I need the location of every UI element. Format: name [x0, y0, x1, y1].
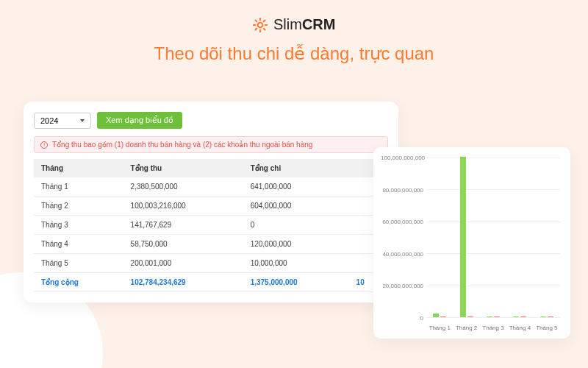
table-row: Tháng 458,750,000120,000,000 [34, 235, 388, 254]
bar [494, 316, 500, 317]
bar [440, 316, 446, 317]
bar-group [453, 157, 479, 317]
y-tick-label: 20,000,000,000 [381, 283, 423, 289]
col-exp: Tổng chi [243, 159, 349, 177]
view-chart-button[interactable]: Xem dạng biểu đồ [97, 112, 182, 129]
bar-group [534, 316, 560, 317]
bar-group [426, 314, 453, 317]
info-icon: ! [40, 141, 48, 149]
bar-group [506, 316, 533, 317]
y-tick-label: 0 [381, 315, 423, 322]
bar [540, 316, 546, 317]
year-value: 2024 [40, 116, 58, 125]
year-select[interactable]: 2024 [34, 113, 91, 129]
income-expense-table: Tháng Tổng thu Tổng chi Tháng 12,380,500… [34, 159, 388, 292]
income-expense-card: 2024 Xem dạng biểu đồ ! Tổng thu bao gồm… [24, 102, 398, 302]
x-tick-label: Tháng 3 [480, 325, 506, 331]
table-total-row: Tổng cộng 102,784,234,629 1,375,000,000 … [34, 273, 388, 292]
bar-group [480, 316, 506, 317]
bar [487, 316, 492, 317]
notice-text: Tổng thu bao gồm (1) doanh thu bán hàng … [52, 141, 312, 149]
table-row: Tháng 3141,767,6290 [34, 216, 388, 235]
svg-line-6 [263, 28, 265, 29]
col-rev: Tổng thu [123, 159, 243, 177]
gear-icon [253, 18, 268, 32]
bar [548, 316, 553, 317]
y-tick-label: 100,000,000,000 [381, 155, 423, 161]
bar [467, 316, 473, 317]
table-row: Tháng 2100,003,216,000604,000,000 [34, 197, 388, 216]
x-tick-label: Tháng 1 [426, 325, 453, 331]
svg-point-0 [257, 22, 262, 27]
tagline: Theo dõi thu chi dễ dàng, trực quan [0, 43, 588, 64]
bar [513, 316, 519, 317]
notice-bar: ! Tổng thu bao gồm (1) doanh thu bán hàn… [34, 136, 388, 153]
bar-chart: 020,000,000,00040,000,000,00060,000,000,… [381, 155, 563, 334]
x-tick-label: Tháng 4 [506, 325, 533, 331]
svg-line-5 [255, 20, 257, 21]
table-row: Tháng 12,380,500,000641,000,000 [34, 177, 388, 197]
table-row: Tháng 5200,001,00010,000,000 [34, 254, 388, 273]
bar [433, 314, 439, 317]
chart-card: 020,000,000,00040,000,000,00060,000,000,… [373, 147, 570, 339]
y-tick-label: 60,000,000,000 [381, 219, 423, 225]
y-tick-label: 40,000,000,000 [381, 250, 423, 257]
y-tick-label: 80,000,000,000 [381, 186, 423, 193]
x-tick-label: Tháng 2 [453, 325, 479, 331]
x-tick-label: Tháng 5 [534, 325, 560, 331]
svg-line-7 [255, 28, 257, 29]
controls-row: 2024 Xem dạng biểu đồ [34, 112, 388, 129]
bar [460, 157, 466, 317]
bar [520, 316, 526, 317]
col-month: Tháng [34, 159, 123, 177]
brand-name: SlimCRM [273, 16, 335, 32]
brand-logo: SlimCRM [0, 0, 588, 33]
chevron-down-icon [80, 119, 85, 122]
svg-line-8 [263, 20, 265, 21]
